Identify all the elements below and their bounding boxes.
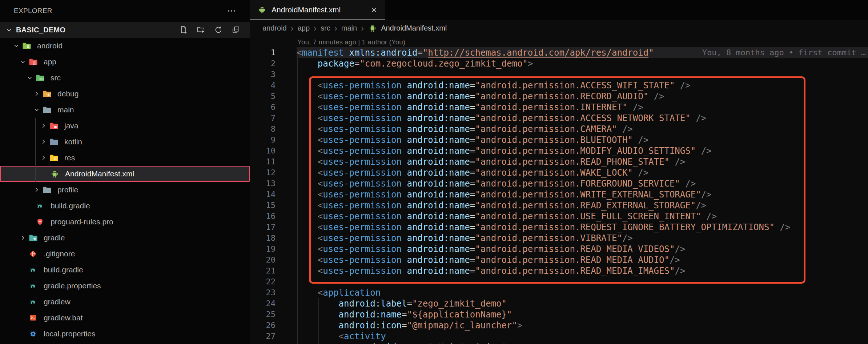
breadcrumb-item-src[interactable]: src <box>321 24 330 32</box>
close-icon[interactable] <box>369 4 379 15</box>
tree-item-label: src <box>51 73 61 82</box>
tree-item-label: AndroidManifest.xml <box>65 169 134 178</box>
code-line-10[interactable]: <uses-permission android:name="android.p… <box>297 145 868 156</box>
tree-item-gradlew-bat[interactable]: gradlew.bat <box>0 310 250 326</box>
code-line-9[interactable]: <uses-permission android:name="android.p… <box>297 135 868 145</box>
code-line-3[interactable] <box>297 69 868 80</box>
tree-item-label: res <box>64 153 75 162</box>
tree-item-label: build.gradle <box>51 201 90 210</box>
tree-item-androidmanifest-xml[interactable]: AndroidManifest.xml <box>0 166 250 182</box>
tree-item-kotlin[interactable]: kotlin <box>0 134 250 150</box>
tree-item-label: debug <box>57 89 79 98</box>
code-line-19[interactable]: <uses-permission android:name="android.p… <box>297 244 868 255</box>
folder-app-icon <box>28 57 38 67</box>
tab-label: AndroidManifest.xml <box>272 5 341 14</box>
tree-item-android[interactable]: android <box>0 38 250 54</box>
line-number: 3 <box>250 69 276 80</box>
code-line-4[interactable]: <uses-permission android:name="android.p… <box>297 80 868 91</box>
code-line-5[interactable]: <uses-permission android:name="android.p… <box>297 91 868 102</box>
collapse-all-icon[interactable] <box>230 24 242 36</box>
line-number: 10 <box>250 145 276 156</box>
tree-item--gitignore[interactable]: .gitignore <box>0 246 250 262</box>
tree-item-java[interactable]: java <box>0 118 250 134</box>
tree-item-src[interactable]: </>src <box>0 70 250 86</box>
tree-item-app[interactable]: app <box>0 54 250 70</box>
code-line-6[interactable]: <uses-permission android:name="android.p… <box>297 102 868 113</box>
line-number: 22 <box>250 276 276 287</box>
code-line-11[interactable]: <uses-permission android:name="android.p… <box>297 156 868 167</box>
breadcrumb-item-file[interactable]: AndroidManifest.xml <box>381 24 447 32</box>
tree-item-proguard-rules-pro[interactable]: proguard-rules.pro <box>0 214 250 230</box>
line-number: 13 <box>250 178 276 189</box>
code-line-23[interactable]: <application <box>297 287 868 298</box>
code-line-18[interactable]: <uses-permission android:name="android.p… <box>297 233 868 244</box>
chevron-right-icon <box>38 136 49 147</box>
folder-gradle-icon <box>28 233 38 243</box>
tree-item-build-gradle[interactable]: build.gradle <box>0 262 250 278</box>
line-number: 21 <box>250 265 276 276</box>
tree-item-local-properties[interactable]: local.properties <box>0 326 250 342</box>
code-line-22[interactable] <box>297 276 868 287</box>
tree-item-profile[interactable]: profile <box>0 182 250 198</box>
new-file-icon[interactable] <box>178 24 189 36</box>
chevron-right-icon <box>31 184 42 195</box>
code-line-7[interactable]: <uses-permission android:name="android.p… <box>297 113 868 124</box>
breadcrumb-item-android[interactable]: android <box>262 24 287 32</box>
terminal-bat-icon <box>28 313 38 323</box>
code-line-26[interactable]: android:icon="@mipmap/ic_launcher"> <box>297 320 868 331</box>
project-section-header[interactable]: BASIC_DEMO <box>0 22 250 38</box>
code-line-12[interactable]: <uses-permission android:name="android.p… <box>297 167 868 178</box>
tree-item-label: local.properties <box>44 329 95 338</box>
tree-item-label: .gitignore <box>44 249 75 258</box>
line-number: 16 <box>250 211 276 222</box>
code-line-25[interactable]: android:name="${applicationName}" <box>297 309 868 320</box>
code-line-13[interactable]: <uses-permission android:name="android.p… <box>297 178 868 189</box>
tree-item-label: app <box>44 57 56 66</box>
line-number: 27 <box>250 331 276 342</box>
gradle-elephant-icon <box>28 281 38 291</box>
chevron-down-icon <box>4 24 15 35</box>
breadcrumb-item-main[interactable]: main <box>341 24 357 32</box>
tree-item-gradle[interactable]: gradle <box>0 230 250 246</box>
code-line-15[interactable]: <uses-permission android:name="android.p… <box>297 200 868 211</box>
code-line-27[interactable]: <activity <box>297 331 868 342</box>
breadcrumb-separator-icon: › <box>334 24 337 33</box>
refresh-icon[interactable] <box>213 24 224 36</box>
tree-item-gradlew[interactable]: gradlew <box>0 294 250 310</box>
tree-item-label: gradlew.bat <box>44 313 83 322</box>
project-section-label: BASIC_DEMO <box>16 26 65 34</box>
line-number: 7 <box>250 113 276 124</box>
more-actions-icon[interactable] <box>226 5 237 17</box>
code-line-21[interactable]: <uses-permission android:name="android.p… <box>297 265 868 276</box>
chevron-down-icon <box>17 56 28 67</box>
line-number: 1 <box>250 47 276 58</box>
tree-item-main[interactable]: main <box>0 102 250 118</box>
new-folder-icon[interactable] <box>195 24 207 36</box>
chevron-down-icon <box>11 40 22 51</box>
tree-item-label: kotlin <box>64 137 82 146</box>
tree-item-debug[interactable]: debug <box>0 86 250 102</box>
gradle-elephant-icon <box>28 297 38 307</box>
tree-item-build-gradle[interactable]: build.gradle <box>0 198 250 214</box>
tree-item-gradle-properties[interactable]: gradle.properties <box>0 278 250 294</box>
tree-item-res[interactable]: res <box>0 150 250 166</box>
code-line-1[interactable]: <manifest xmlns:android="http://schemas.… <box>297 47 868 58</box>
code-line-17[interactable]: <uses-permission android:name="android.p… <box>297 222 868 233</box>
code-line-2[interactable]: package="com.zegocloud.zego_zimkit_demo"… <box>297 58 868 69</box>
explorer-header: EXPLORER <box>0 0 250 22</box>
tree-item-label: build.gradle <box>44 265 83 274</box>
code-line-16[interactable]: <uses-permission android:name="android.p… <box>297 211 868 222</box>
tree-item-label: gradle.properties <box>44 281 101 290</box>
code-line-24[interactable]: android:label="zego_zimkit_demo" <box>297 298 868 309</box>
code-line-14[interactable]: <uses-permission android:name="android.p… <box>297 189 868 200</box>
codelens-blame[interactable]: You, 7 minutes ago | 1 author (You) <box>297 37 405 47</box>
code-line-20[interactable]: <uses-permission android:name="android.p… <box>297 255 868 265</box>
android-icon <box>368 24 377 33</box>
folder-java-icon <box>49 121 59 131</box>
breadcrumb-item-app[interactable]: app <box>298 24 310 32</box>
code-line-8[interactable]: <uses-permission android:name="android.p… <box>297 124 868 135</box>
tree-item-label: main <box>57 105 74 114</box>
tab-androidmanifest[interactable]: AndroidManifest.xml <box>250 0 385 20</box>
code-line-28[interactable]: android:name=".MainActivity" <box>297 342 868 344</box>
line-number: 24 <box>250 298 276 309</box>
